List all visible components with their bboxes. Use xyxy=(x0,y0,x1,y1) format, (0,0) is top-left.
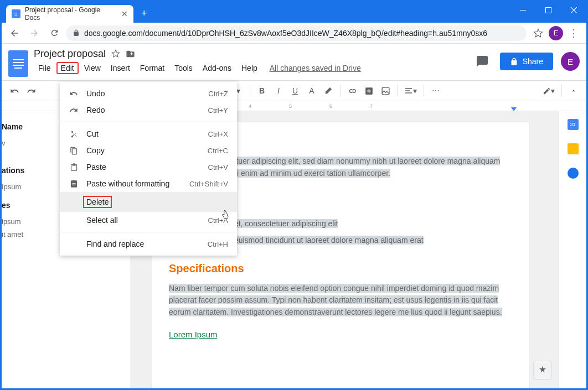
bookmark-star-icon[interactable] xyxy=(533,28,543,38)
copy-icon xyxy=(69,147,79,155)
back-button[interactable] xyxy=(6,25,23,41)
explore-button[interactable] xyxy=(533,361,552,379)
menu-undo[interactable]: Undo Ctrl+Z xyxy=(60,85,237,102)
svg-rect-0 xyxy=(520,10,526,11)
browser-tab[interactable]: ≡ Project proposal - Google Docs ✕ xyxy=(6,5,133,23)
menu-help[interactable]: Help xyxy=(237,62,262,74)
more-button[interactable]: ⋯ xyxy=(429,84,443,98)
redo-button[interactable] xyxy=(24,84,38,98)
side-panel: 31 xyxy=(559,111,586,389)
menu-format[interactable]: Format xyxy=(136,62,169,74)
cursor-pointer-icon xyxy=(220,210,230,221)
menu-insert[interactable]: Insert xyxy=(106,62,135,74)
maximize-button[interactable] xyxy=(535,2,561,18)
docs-header: Project proposal File Edit View Insert F… xyxy=(2,44,586,77)
menu-paste[interactable]: Paste Ctrl+V xyxy=(60,159,237,175)
underline-button[interactable]: U xyxy=(288,84,302,98)
bold-button[interactable]: B xyxy=(255,84,269,98)
paragraph[interactable]: Nam liber tempor cum soluta nobis eleife… xyxy=(152,283,529,319)
menu-edit[interactable]: Edit xyxy=(56,62,79,74)
comments-button[interactable] xyxy=(472,51,492,71)
browser-tab-strip: ≡ Project proposal - Google Docs ✕ + xyxy=(2,2,586,23)
save-status[interactable]: All changes saved in Drive xyxy=(270,64,361,72)
menu-cut[interactable]: Cut Ctrl+X xyxy=(60,126,237,142)
calendar-icon[interactable]: 31 xyxy=(568,119,579,130)
menu-view[interactable]: View xyxy=(80,62,105,74)
undo-icon xyxy=(69,89,79,98)
lock-icon xyxy=(510,58,518,66)
heading-specifications[interactable]: Specifications xyxy=(152,262,261,275)
lock-icon xyxy=(73,29,80,37)
new-tab-button[interactable]: + xyxy=(141,8,147,19)
account-avatar[interactable]: E xyxy=(561,52,580,71)
svg-rect-1 xyxy=(545,7,551,13)
text-color-button[interactable]: A xyxy=(305,84,319,98)
menu-delete[interactable]: Delete xyxy=(60,192,237,212)
editing-mode-button[interactable]: ▾ xyxy=(540,84,557,98)
highlight-button[interactable] xyxy=(321,84,336,98)
tasks-icon[interactable] xyxy=(568,168,579,179)
lorem-link[interactable]: Lorem Ipsum xyxy=(169,330,218,339)
paste-icon xyxy=(69,163,79,171)
star-icon[interactable] xyxy=(111,49,120,59)
share-button[interactable]: Share xyxy=(500,53,553,70)
close-window-button[interactable] xyxy=(561,2,586,18)
insert-image-button[interactable] xyxy=(378,84,393,98)
keep-icon[interactable] xyxy=(568,143,579,154)
svg-rect-3 xyxy=(382,87,389,95)
redo-icon xyxy=(69,106,79,115)
ruler-indent-marker[interactable] xyxy=(511,107,517,111)
browser-menu-icon[interactable]: ⋮ xyxy=(569,27,579,39)
menu-tools[interactable]: Tools xyxy=(170,62,197,74)
menu-select-all[interactable]: Select all Ctrl+A xyxy=(60,212,237,228)
cut-icon xyxy=(69,130,79,138)
menu-paste-without-formatting[interactable]: Paste without formatting Ctrl+Shift+V xyxy=(60,175,237,192)
docs-favicon: ≡ xyxy=(12,9,20,18)
menu-file[interactable]: File xyxy=(34,62,55,74)
menu-find-replace[interactable]: Find and replace Ctrl+H xyxy=(60,236,237,252)
insert-link-button[interactable] xyxy=(345,84,359,98)
window-controls xyxy=(510,2,586,18)
profile-avatar[interactable]: E xyxy=(549,26,563,40)
menu-copy[interactable]: Copy Ctrl+C xyxy=(60,142,237,159)
forward-button[interactable] xyxy=(26,25,43,41)
align-button[interactable]: ▾ xyxy=(402,84,419,98)
menu-separator xyxy=(60,232,237,232)
paste-plain-icon xyxy=(69,180,79,188)
menu-addons[interactable]: Add-ons xyxy=(198,62,236,74)
address-bar: docs.google.com/document/d/10DprOhHSH_6z… xyxy=(2,23,586,44)
omnibox[interactable]: docs.google.com/document/d/10DprOhHSH_6z… xyxy=(66,25,527,41)
collapse-button[interactable] xyxy=(566,84,581,98)
docs-logo[interactable] xyxy=(8,50,28,77)
document-title[interactable]: Project proposal xyxy=(34,48,106,60)
close-tab-icon[interactable]: ✕ xyxy=(121,9,128,18)
tab-title: Project proposal - Google Docs xyxy=(25,6,117,22)
move-icon[interactable] xyxy=(126,49,135,59)
menu-redo[interactable]: Redo Ctrl+Y xyxy=(60,102,237,118)
menu-bar: File Edit View Insert Format Tools Add-o… xyxy=(34,62,472,74)
reload-button[interactable] xyxy=(46,25,63,41)
menu-separator xyxy=(60,122,237,122)
italic-button[interactable]: I xyxy=(271,84,286,98)
undo-button[interactable] xyxy=(7,84,22,98)
url-text: docs.google.com/document/d/10DprOhHSH_6z… xyxy=(84,29,487,38)
add-comment-button[interactable] xyxy=(362,84,376,98)
edit-menu-dropdown: Undo Ctrl+Z Redo Ctrl+Y Cut Ctrl+X Copy … xyxy=(60,82,237,256)
minimize-button[interactable] xyxy=(510,2,535,18)
